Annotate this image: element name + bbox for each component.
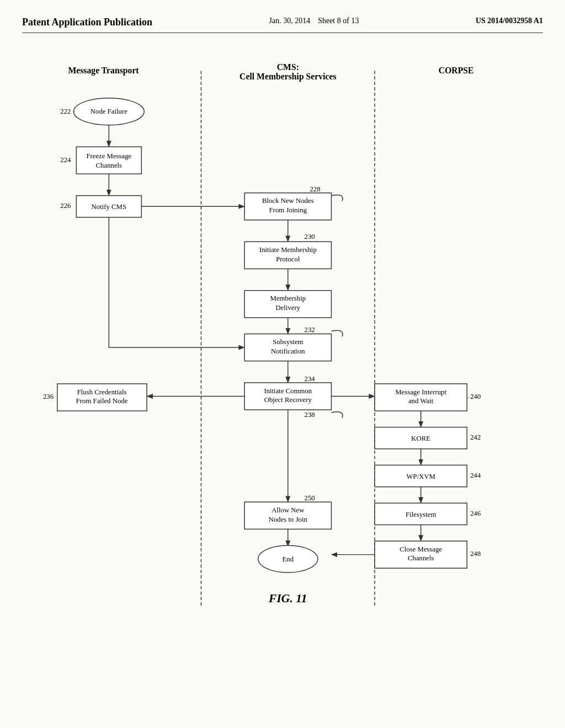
node-236-text1: Flush Credentials [77,388,127,396]
node-250-text1: Allow New [271,506,305,514]
label-238: 238 [305,411,315,419]
label-242: 242 [470,433,481,441]
label-232: 232 [305,326,315,334]
label-222: 222 [60,108,71,115]
col3-label: CORPSE [439,66,474,75]
label-240: 240 [470,393,481,400]
label-226: 226 [60,202,71,210]
col2-label-line1: CMS: [277,62,299,72]
node-228-text1: Block New Nodes [262,197,314,205]
label-230: 230 [305,233,315,240]
node-end-text: End [282,555,294,563]
label-224: 224 [60,156,71,164]
label-248: 248 [470,550,481,558]
header-center: Jan. 30, 2014 Sheet 8 of 13 [269,17,359,25]
node-224-text2: Channels [96,162,122,169]
membership-delivery-text1: Membership [270,295,306,302]
node-224-shape [76,147,141,174]
node-236-text2: From Failed Node [76,397,128,405]
node-232-text2: Notification [271,347,305,355]
node-228-text2: From Joining [269,206,307,214]
node-224-text1: Freeze Message [86,152,131,160]
label-234: 234 [305,375,316,383]
node-240-text1: Message Interrupt [395,388,446,396]
header-left: Patent Application Publication [22,17,152,28]
node-232-text1: Subsystem [273,338,303,346]
node-240-text2: and Wait [408,397,434,405]
page: Patent Application Publication Jan. 30, … [0,0,565,728]
page-header: Patent Application Publication Jan. 30, … [22,17,543,33]
col1-label: Message Transport [68,66,139,76]
node-244-text: WP/XVM [407,473,435,480]
node-248-text1: Close Message [399,545,442,553]
label-228: 228 [310,185,320,193]
label-244: 244 [470,472,481,479]
diagram-area: Message Transport CMS: Cell Membership S… [22,44,543,651]
label-250: 250 [305,494,315,502]
node-234-text2: Object Recovery [264,396,312,404]
node-234-text1: Initiate Common [264,387,312,395]
header-sheet: Sheet 8 of 13 [318,17,359,25]
diagram-svg: Message Transport CMS: Cell Membership S… [22,44,543,651]
label-246: 246 [470,510,481,517]
label-236: 236 [43,393,54,400]
node-230-text2: Protocol [276,255,300,263]
header-date: Jan. 30, 2014 [269,17,310,25]
node-250-text2: Nodes to Join [269,516,308,523]
fig-label: FIG. 11 [268,592,307,605]
node-230-text1: Initiate Membership [259,246,317,254]
node-226-text: Notify CMS [92,203,127,211]
header-right: US 2014/0032958 A1 [476,17,543,25]
node-246-text: Filesystem [406,511,436,518]
membership-delivery-text2: Delivery [275,304,300,312]
node-242-text: KORE [411,435,430,442]
node-248-text2: Channels [408,554,434,562]
col2-label-line2: Cell Membership Services [239,72,337,82]
node-222-text: Node Failure [90,108,127,115]
